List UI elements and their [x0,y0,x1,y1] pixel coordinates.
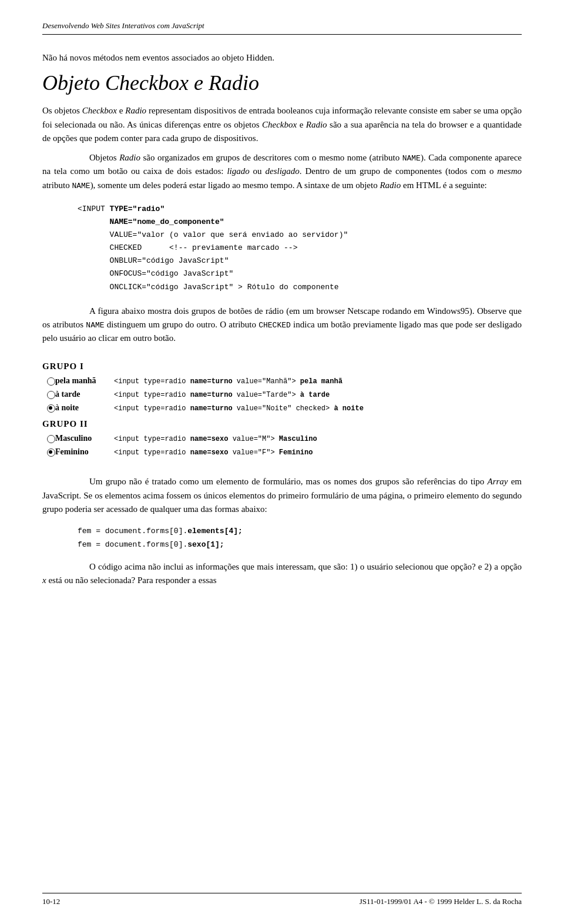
code-access-line1: fem = document.forms[0].elements[4]; [78,524,522,538]
page: Desenvolvendo Web Sites Interativos com … [0,0,564,924]
mesmo-italic: mesmo [497,166,522,176]
desligado-italic: desligado [265,166,299,176]
checkbox-italic-2: Checkbox [262,120,297,129]
name-attr-inline-2: NAME [72,182,90,190]
code-access-line2: fem = document.forms[0].sexo[1]; [78,538,522,551]
radio-label-masculino: Masculino [55,431,114,445]
radio-btn-cell-tarde [42,387,55,401]
array-italic: Array [488,477,508,486]
page-footer: 10-12 JS11-01-1999/01 A4 - © 1999 Helder… [42,893,522,906]
radio-label-feminino: Feminino [55,445,114,458]
x-italic: x [42,575,46,585]
group2-label: GRUPO II [42,419,88,428]
radio-italic-4: Radio [380,180,401,190]
radio-italic-2: Radio [306,120,327,129]
figure-area: GRUPO I pela manhã <input type=radio nam… [42,356,522,464]
radio-btn-cell-manha [42,374,55,387]
page-header: Desenvolvendo Web Sites Interativos com … [42,21,522,35]
code-line-6: ONFOCUS="código JavaScript" [78,269,233,278]
radio-btn-tarde[interactable] [47,391,55,399]
radio-row-masculino: Masculino <input type=radio name=sexo va… [42,431,522,445]
radio-btn-feminino[interactable] [47,448,55,457]
code-access-block: fem = document.forms[0].elements[4]; fem… [78,524,522,552]
code-line-5: ONBLUR="código JavaScript" [78,256,229,265]
code-line-1: <INPUT TYPE="radio" [78,205,164,213]
code-line-2: NAME="nome_do_componente" [78,217,224,226]
radio-row-tarde: à tarde <input type=radio name=turno val… [42,387,522,401]
radio-italic-1: Radio [125,106,146,115]
figure-table: GRUPO I pela manhã <input type=radio nam… [42,361,522,458]
group1-header-row: GRUPO I [42,361,522,374]
code-line-7: ONCLICK="código JavaScript" > Rótulo do … [78,283,339,292]
radio-btn-cell-masculino [42,431,55,445]
radio-code-feminino: <input type=radio name=sexo value="F"> F… [114,445,522,458]
radio-label-noite: à noite [55,401,114,414]
para-4: Um grupo não é tratado como um elemento … [42,475,522,516]
radio-code-noite: <input type=radio name=turno value="Noit… [114,401,522,414]
checked-attr-inline: CHECKED [258,321,291,330]
para-3: A figura abaixo mostra dois grupos de bo… [42,304,522,346]
radio-btn-manha[interactable] [47,377,55,386]
radio-label-manha: pela manhã [55,374,114,387]
group1-label: GRUPO I [42,361,84,371]
name-attr-inline-3: NAME [86,321,104,330]
para-5: O código acima não inclui as informações… [42,560,522,588]
chapter-heading: Objeto Checkbox e Radio [42,71,522,96]
code-line-4: CHECKED <!-- previamente marcado --> [78,243,297,252]
header-text: Desenvolvendo Web Sites Interativos com … [42,21,204,30]
radio-code-tarde: <input type=radio name=turno value="Tard… [114,387,522,401]
checkbox-italic: Checkbox [82,106,117,115]
radio-btn-cell-feminino [42,445,55,458]
radio-label-tarde: à tarde [55,387,114,401]
radio-row-manha: pela manhã <input type=radio name=turno … [42,374,522,387]
radio-btn-cell-noite [42,401,55,414]
para-1: Os objetos Checkbox e Radio representam … [42,104,522,145]
code-line-3: VALUE="valor (o valor que será enviado a… [78,230,348,239]
radio-code-manha: <input type=radio name=turno value="Manh… [114,374,522,387]
group2-header-row: GRUPO II [42,414,522,431]
radio-row-noite: à noite <input type=radio name=turno val… [42,401,522,414]
footer-right: JS11-01-1999/01 A4 - © 1999 Helder L. S.… [360,897,522,906]
radio-code-masculino: <input type=radio name=sexo value="M"> M… [114,431,522,445]
para-2: Objetos Radio são organizados em grupos … [42,151,522,192]
radio-btn-masculino[interactable] [47,435,55,443]
syntax-code-block: <INPUT TYPE="radio" NAME="nome_do_compon… [78,203,522,294]
ligado-italic: ligado [227,166,249,176]
radio-btn-noite[interactable] [47,404,55,413]
name-attr-inline: NAME [402,154,421,163]
intro-hidden-para: Não há novos métodos nem eventos associa… [42,51,522,65]
radio-row-feminino: Feminino <input type=radio name=sexo val… [42,445,522,458]
radio-italic-3: Radio [119,153,140,162]
footer-left: 10-12 [42,897,60,906]
